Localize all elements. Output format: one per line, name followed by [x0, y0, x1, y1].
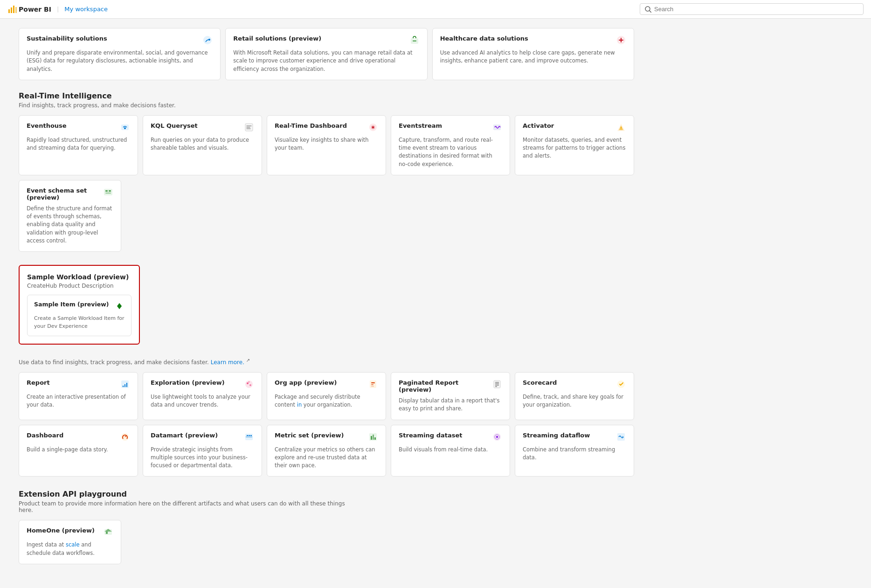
search-box — [640, 3, 864, 15]
svg-rect-23 — [105, 190, 108, 192]
svg-rect-25 — [105, 193, 111, 194]
event-schema-row: Event schema set (preview) Define the st… — [19, 180, 634, 252]
datamart-card[interactable]: Datamart (preview) Provide strategic ins… — [143, 425, 262, 477]
homeone-icon — [103, 527, 113, 537]
exploration-card[interactable]: Exploration (preview) Use lightweight to… — [143, 372, 262, 420]
card-description: Create a Sample Workload Item for your D… — [34, 315, 124, 330]
card-title: Report — [27, 379, 120, 386]
scorecard-card[interactable]: Scorecard Define, track, and share key g… — [515, 372, 634, 420]
dashboard-icon — [120, 432, 130, 442]
sample-workload-box[interactable]: Sample Workload (preview) CreateHub Prod… — [19, 265, 140, 345]
retail-solutions-card[interactable]: Retail solutions (preview) With Microsof… — [225, 28, 427, 80]
card-description: Monitor datasets, queries, and event str… — [523, 136, 626, 160]
card-title: Org app (preview) — [275, 379, 368, 386]
svg-rect-24 — [109, 190, 111, 192]
sample-workload-section: Sample Workload (preview) CreateHub Prod… — [19, 265, 634, 345]
svg-rect-35 — [371, 382, 375, 383]
search-input[interactable] — [654, 6, 858, 13]
exploration-icon — [244, 379, 254, 389]
svg-point-12 — [124, 127, 126, 129]
datamart-icon — [244, 432, 254, 442]
svg-rect-52 — [371, 436, 372, 440]
eventhouse-card[interactable]: Eventhouse Rapidly load structured, unst… — [19, 115, 138, 175]
card-title: Eventhouse — [27, 122, 120, 129]
homeone-card[interactable]: HomeOne (preview) Ingest data at scale a… — [19, 520, 121, 564]
svg-point-32 — [249, 384, 251, 386]
card-description: Build visuals from real-time data. — [399, 446, 502, 454]
sample-workload-description: CreateHub Product Description — [27, 283, 131, 289]
svg-rect-2 — [13, 6, 14, 13]
external-link-icon: ↗ — [246, 358, 250, 363]
streaming-dataflow-card[interactable]: Streaming dataflow Combine and transform… — [515, 425, 634, 477]
section-title: Extension API playground — [19, 490, 634, 498]
svg-rect-54 — [374, 437, 376, 440]
svg-rect-29 — [126, 383, 127, 387]
top-nav: Power BI | My workspace — [0, 0, 871, 19]
reporting-cards-grid: Report Create an interactive presentatio… — [19, 372, 634, 420]
svg-rect-1 — [11, 7, 12, 13]
report-card[interactable]: Report Create an interactive presentatio… — [19, 372, 138, 420]
extension-api-section: Extension API playground Product team to… — [19, 490, 634, 564]
svg-rect-37 — [371, 386, 374, 387]
paginated-report-card[interactable]: Paginated Report (preview) Display tabul… — [391, 372, 510, 420]
healthcare-card[interactable]: Healthcare data solutions Use advanced A… — [432, 28, 634, 80]
card-title: Sustainability solutions — [27, 35, 202, 42]
card-title: Streaming dataflow — [523, 432, 616, 439]
realtime-dashboard-card[interactable]: Real-Time Dashboard Visualize key insigh… — [267, 115, 386, 175]
sample-item-card[interactable]: Sample Item (preview) ♦ Create a Sample … — [27, 295, 131, 336]
streaming-dataset-icon — [492, 432, 502, 442]
eventstream-card[interactable]: Eventstream Capture, transform, and rout… — [391, 115, 510, 175]
svg-rect-22 — [104, 189, 112, 195]
svg-rect-27 — [123, 386, 124, 387]
card-header: Exploration (preview) — [151, 379, 254, 389]
card-header: Activator — [523, 122, 626, 132]
svg-rect-9 — [413, 41, 416, 42]
card-description: Package and securely distribute content … — [275, 393, 378, 409]
svg-rect-28 — [124, 384, 125, 387]
realtime-dashboard-icon — [368, 122, 378, 132]
learn-more-link[interactable]: Learn more. — [211, 359, 244, 366]
card-header: HomeOne (preview) — [27, 527, 113, 537]
org-app-icon — [368, 379, 378, 389]
card-title: Healthcare data solutions — [440, 35, 616, 42]
svg-point-16 — [372, 126, 374, 128]
sustainability-card[interactable]: Sustainability solutions Unify and prepa… — [19, 28, 221, 80]
org-app-card[interactable]: Org app (preview) Package and securely d… — [267, 372, 386, 420]
card-description: With Microsoft Retail data solutions, yo… — [233, 49, 419, 73]
top-solutions-row: Sustainability solutions Unify and prepa… — [19, 28, 634, 80]
card-description: Run queries on your data to produce shar… — [151, 136, 254, 152]
svg-point-31 — [247, 382, 249, 384]
card-header: Paginated Report (preview) — [399, 379, 502, 393]
use-data-text: Use data to find insights, track progres… — [19, 358, 634, 366]
card-title: Sample Item (preview) — [34, 301, 114, 308]
extension-cards: HomeOne (preview) Ingest data at scale a… — [19, 520, 634, 564]
card-title: Datamart (preview) — [151, 432, 244, 439]
card-header: Scorecard — [523, 379, 626, 389]
dashboard-card[interactable]: Dashboard Build a single-page data story… — [19, 425, 138, 477]
card-title: HomeOne (preview) — [27, 527, 103, 534]
card-description: Use lightweight tools to analyze your da… — [151, 393, 254, 409]
kql-queryset-card[interactable]: KQL Queryset Run queries on your data to… — [143, 115, 262, 175]
svg-rect-36 — [371, 384, 373, 385]
card-header: Eventstream — [399, 122, 502, 132]
card-title: Dashboard — [27, 432, 120, 439]
card-title: Eventstream — [399, 122, 492, 129]
card-description: Build a single-page data story. — [27, 446, 130, 454]
card-description: Visualize key insights to share with you… — [275, 136, 378, 152]
svg-point-7 — [208, 39, 210, 41]
activator-icon — [616, 122, 626, 132]
card-description: Create an interactive presentation of yo… — [27, 393, 130, 409]
metric-set-card[interactable]: Metric set (preview) Centralize your met… — [267, 425, 386, 477]
activator-card[interactable]: Activator Monitor datasets, queries, and… — [515, 115, 634, 175]
retail-icon — [409, 35, 420, 45]
streaming-dataset-card[interactable]: Streaming dataset Build visuals from rea… — [391, 425, 510, 477]
workspace-link[interactable]: My workspace — [64, 6, 108, 13]
powerbi-logo: Power BI — [7, 5, 51, 14]
svg-point-21 — [621, 129, 622, 130]
svg-rect-0 — [8, 9, 10, 13]
card-description: Unify and prepare disparate environmenta… — [27, 49, 213, 73]
event-schema-icon — [103, 187, 113, 197]
realtime-cards-grid: Eventhouse Rapidly load structured, unst… — [19, 115, 634, 175]
metric-set-icon — [368, 432, 378, 442]
event-schema-card[interactable]: Event schema set (preview) Define the st… — [19, 180, 121, 252]
